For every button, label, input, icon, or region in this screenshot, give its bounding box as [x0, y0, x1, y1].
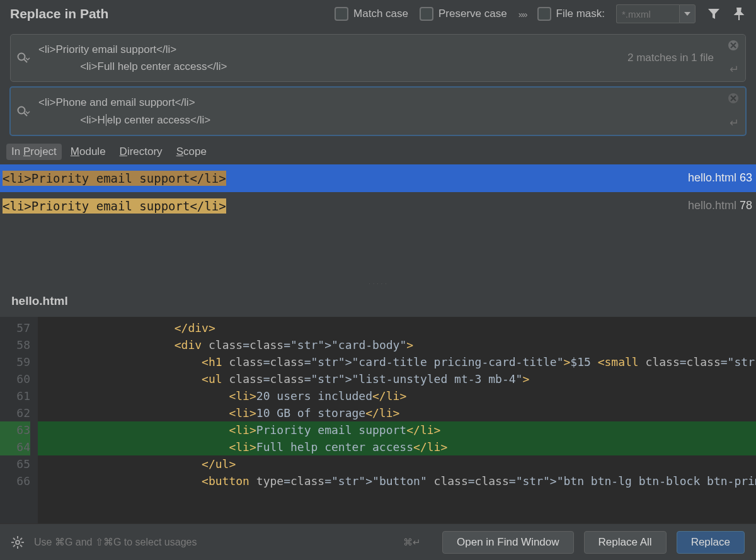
code-line[interactable]: <li>10 GB of storage</li> — [38, 404, 756, 421]
code-line[interactable]: <ul class=class="str">"list-unstyled mt-… — [38, 370, 756, 387]
usage-hint: Use ⌘G and ⇧⌘G to select usages — [34, 536, 197, 548]
line-number: 60 — [0, 370, 30, 387]
more-options-icon[interactable]: » » — [518, 9, 526, 20]
code-preview[interactable]: 57585960616263646566 </div> <div class=c… — [0, 317, 756, 523]
line-number: 66 — [0, 472, 30, 489]
svg-point-6 — [16, 540, 20, 544]
file-mask-input[interactable] — [616, 4, 679, 23]
preserve-case-label: Preserve case — [438, 8, 507, 20]
file-mask-field[interactable] — [616, 4, 696, 23]
svg-line-12 — [20, 545, 22, 547]
clear-replace-icon[interactable] — [728, 93, 739, 104]
svg-line-1 — [24, 59, 27, 62]
svg-line-4 — [24, 113, 27, 116]
line-number: 63 — [0, 421, 30, 438]
match-case-label: Match case — [353, 8, 408, 20]
replace-history-icon[interactable] — [11, 88, 37, 134]
line-number: 61 — [0, 387, 30, 404]
code-line[interactable]: <button type=class="str">"button" class=… — [38, 472, 756, 489]
line-number: 64 — [0, 438, 30, 455]
newline-icon[interactable]: ↵ — [730, 116, 739, 130]
results-list: <li>Priority email support</li> hello.ht… — [0, 164, 756, 279]
code-line[interactable]: <h1 class=class="str">"card-title pricin… — [38, 353, 756, 370]
line-number: 58 — [0, 336, 30, 353]
svg-line-14 — [13, 545, 15, 547]
chevron-down-icon — [684, 12, 690, 16]
search-field[interactable]: <li>Priority email support</li> <li>Full… — [10, 34, 746, 82]
splitter-handle[interactable]: . . . . . — [0, 279, 756, 287]
replace-button[interactable]: Replace — [677, 531, 745, 554]
tab-module[interactable]: Module — [71, 146, 106, 158]
file-mask-dropdown[interactable] — [679, 4, 696, 23]
search-history-icon[interactable] — [11, 35, 37, 81]
newline-icon[interactable]: ↵ — [730, 62, 739, 76]
preserve-case-checkbox[interactable] — [420, 7, 433, 21]
shortcut-hint: ⌘↵ — [403, 537, 421, 548]
tab-directory[interactable]: Directory — [120, 146, 163, 158]
preserve-case-option[interactable]: Preserve case — [420, 7, 507, 21]
gutter: 57585960616263646566 — [0, 317, 38, 523]
result-match-text: <li>Priority email support</li> — [3, 171, 226, 186]
results-blank-area — [0, 220, 756, 279]
dialog-header: Replace in Path Match case Preserve case… — [0, 0, 756, 31]
open-in-find-window-button[interactable]: Open in Find Window — [442, 531, 574, 554]
match-count-label: 2 matches in 1 file — [627, 52, 714, 64]
dialog-footer: Use ⌘G and ⇧⌘G to select usages ⌘↵ Open … — [0, 523, 756, 560]
svg-line-11 — [13, 538, 15, 540]
replace-all-button[interactable]: Replace All — [584, 531, 667, 554]
settings-icon[interactable] — [11, 536, 24, 549]
file-mask-checkbox[interactable] — [537, 7, 551, 21]
result-row[interactable]: <li>Priority email support</li> hello.ht… — [0, 164, 756, 192]
scope-tabs: In Project Module Directory Scope — [0, 138, 756, 164]
result-location: hello.html 63 — [688, 171, 752, 185]
search-text[interactable]: <li>Priority email support</li> <li>Full… — [37, 35, 707, 81]
code-line[interactable]: <li>Priority email support</li> — [38, 421, 756, 438]
line-number: 57 — [0, 319, 30, 336]
file-mask-option[interactable]: File mask: — [537, 7, 605, 21]
match-case-option[interactable]: Match case — [335, 7, 408, 21]
line-number: 62 — [0, 404, 30, 421]
code-line[interactable]: </ul> — [38, 455, 756, 472]
result-match-text: <li>Priority email support</li> — [3, 198, 226, 214]
code-line[interactable]: </div> — [38, 319, 756, 336]
svg-point-0 — [18, 54, 25, 60]
code-line[interactable]: <li>Full help center access</li> — [38, 438, 756, 455]
preview-file-name: hello.html — [0, 287, 756, 317]
replace-text[interactable]: <li>Phone and email support</li> <li>Hel… — [37, 88, 707, 134]
file-mask-label: File mask: — [556, 8, 605, 20]
code-line[interactable]: <li>20 users included</li> — [38, 387, 756, 404]
filter-icon[interactable] — [707, 8, 721, 20]
svg-line-13 — [20, 538, 22, 540]
dialog-title: Replace in Path — [10, 6, 108, 21]
code-area[interactable]: </div> <div class=class="str">"card-body… — [38, 317, 756, 523]
replace-field[interactable]: <li>Phone and email support</li> <li>Hel… — [9, 86, 747, 135]
svg-point-3 — [18, 106, 25, 113]
tab-in-project[interactable]: In Project — [6, 144, 62, 160]
line-number: 65 — [0, 455, 30, 472]
pin-icon[interactable] — [732, 8, 746, 20]
result-location: hello.html 78 — [688, 199, 752, 212]
match-case-checkbox[interactable] — [335, 7, 348, 21]
tab-scope[interactable]: Scope — [176, 146, 207, 158]
clear-search-icon[interactable] — [728, 40, 739, 51]
line-number: 59 — [0, 353, 30, 370]
code-line[interactable]: <div class=class="str">"card-body"> — [38, 336, 756, 353]
result-row[interactable]: <li>Priority email support</li> hello.ht… — [0, 192, 756, 220]
